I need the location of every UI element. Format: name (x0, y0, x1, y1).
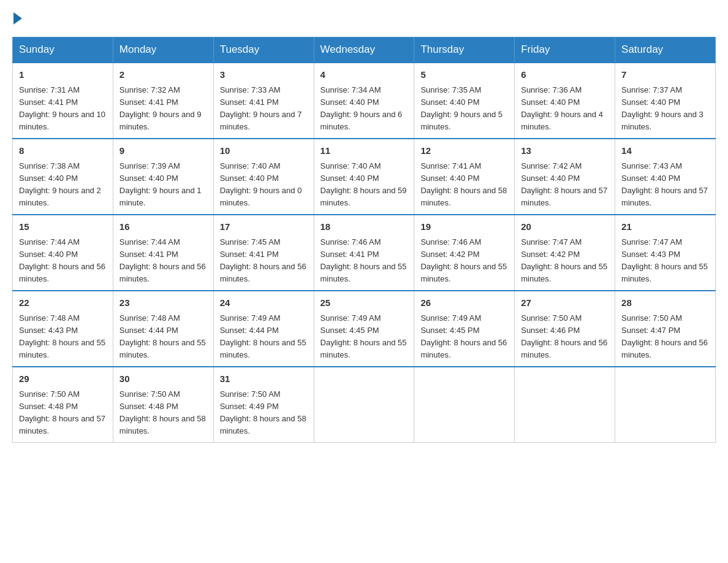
week-row-1: 1 Sunrise: 7:31 AM Sunset: 4:41 PM Dayli… (13, 63, 716, 139)
calendar-header-row: SundayMondayTuesdayWednesdayThursdayFrid… (13, 37, 716, 63)
day-number: 18 (320, 220, 408, 234)
week-row-3: 15 Sunrise: 7:44 AM Sunset: 4:40 PM Dayl… (13, 215, 716, 291)
calendar-cell: 28 Sunrise: 7:50 AM Sunset: 4:47 PM Dayl… (615, 291, 716, 367)
calendar-cell (615, 367, 716, 443)
day-info: Sunrise: 7:45 AM Sunset: 4:41 PM Dayligh… (220, 236, 308, 286)
day-info: Sunrise: 7:50 AM Sunset: 4:47 PM Dayligh… (621, 312, 709, 362)
day-number: 10 (220, 144, 308, 158)
calendar-cell (314, 367, 414, 443)
day-number: 12 (420, 144, 508, 158)
day-info: Sunrise: 7:49 AM Sunset: 4:45 PM Dayligh… (420, 312, 508, 362)
day-number: 16 (119, 220, 207, 234)
day-info: Sunrise: 7:33 AM Sunset: 4:41 PM Dayligh… (220, 84, 308, 134)
day-info: Sunrise: 7:50 AM Sunset: 4:49 PM Dayligh… (220, 388, 308, 438)
day-info: Sunrise: 7:50 AM Sunset: 4:46 PM Dayligh… (521, 312, 609, 362)
calendar-cell: 18 Sunrise: 7:46 AM Sunset: 4:41 PM Dayl… (314, 215, 414, 291)
day-number: 13 (521, 144, 609, 158)
calendar-cell: 3 Sunrise: 7:33 AM Sunset: 4:41 PM Dayli… (213, 63, 314, 139)
calendar-cell: 14 Sunrise: 7:43 AM Sunset: 4:40 PM Dayl… (615, 139, 716, 215)
day-info: Sunrise: 7:42 AM Sunset: 4:40 PM Dayligh… (521, 160, 609, 210)
day-number: 5 (420, 68, 508, 82)
calendar-cell: 13 Sunrise: 7:42 AM Sunset: 4:40 PM Dayl… (515, 139, 615, 215)
calendar-cell: 9 Sunrise: 7:39 AM Sunset: 4:40 PM Dayli… (113, 139, 213, 215)
day-number: 23 (119, 296, 207, 310)
day-info: Sunrise: 7:40 AM Sunset: 4:40 PM Dayligh… (320, 160, 408, 210)
calendar-cell: 27 Sunrise: 7:50 AM Sunset: 4:46 PM Dayl… (515, 291, 615, 367)
calendar-cell: 29 Sunrise: 7:50 AM Sunset: 4:48 PM Dayl… (13, 367, 113, 443)
day-number: 8 (19, 144, 107, 158)
column-header-saturday: Saturday (615, 37, 716, 63)
calendar-cell: 2 Sunrise: 7:32 AM Sunset: 4:41 PM Dayli… (113, 63, 213, 139)
day-info: Sunrise: 7:48 AM Sunset: 4:44 PM Dayligh… (119, 312, 207, 362)
week-row-4: 22 Sunrise: 7:48 AM Sunset: 4:43 PM Dayl… (13, 291, 716, 367)
day-number: 17 (220, 220, 308, 234)
day-number: 11 (320, 144, 408, 158)
calendar-cell: 21 Sunrise: 7:47 AM Sunset: 4:43 PM Dayl… (615, 215, 716, 291)
logo-arrow-icon (13, 12, 22, 25)
day-number: 24 (220, 296, 308, 310)
calendar-cell: 30 Sunrise: 7:50 AM Sunset: 4:48 PM Dayl… (113, 367, 213, 443)
day-info: Sunrise: 7:41 AM Sunset: 4:40 PM Dayligh… (420, 160, 508, 210)
calendar-cell: 17 Sunrise: 7:45 AM Sunset: 4:41 PM Dayl… (213, 215, 314, 291)
calendar-table: SundayMondayTuesdayWednesdayThursdayFrid… (12, 37, 716, 443)
day-info: Sunrise: 7:44 AM Sunset: 4:40 PM Dayligh… (19, 236, 107, 286)
week-row-2: 8 Sunrise: 7:38 AM Sunset: 4:40 PM Dayli… (13, 139, 716, 215)
calendar-cell: 12 Sunrise: 7:41 AM Sunset: 4:40 PM Dayl… (414, 139, 515, 215)
calendar-cell: 16 Sunrise: 7:44 AM Sunset: 4:41 PM Dayl… (113, 215, 213, 291)
column-header-sunday: Sunday (13, 37, 113, 63)
day-info: Sunrise: 7:34 AM Sunset: 4:40 PM Dayligh… (320, 84, 408, 134)
day-info: Sunrise: 7:49 AM Sunset: 4:44 PM Dayligh… (220, 312, 308, 362)
day-number: 6 (521, 68, 609, 82)
calendar-cell: 1 Sunrise: 7:31 AM Sunset: 4:41 PM Dayli… (13, 63, 113, 139)
calendar-cell (414, 367, 515, 443)
column-header-thursday: Thursday (414, 37, 515, 63)
day-info: Sunrise: 7:36 AM Sunset: 4:40 PM Dayligh… (521, 84, 609, 134)
day-number: 14 (621, 144, 709, 158)
calendar-cell: 11 Sunrise: 7:40 AM Sunset: 4:40 PM Dayl… (314, 139, 414, 215)
day-info: Sunrise: 7:47 AM Sunset: 4:42 PM Dayligh… (521, 236, 609, 286)
day-number: 20 (521, 220, 609, 234)
calendar-cell (515, 367, 615, 443)
day-number: 26 (420, 296, 508, 310)
calendar-cell: 31 Sunrise: 7:50 AM Sunset: 4:49 PM Dayl… (213, 367, 314, 443)
calendar-cell: 4 Sunrise: 7:34 AM Sunset: 4:40 PM Dayli… (314, 63, 414, 139)
day-info: Sunrise: 7:43 AM Sunset: 4:40 PM Dayligh… (621, 160, 709, 210)
day-number: 9 (119, 144, 207, 158)
day-info: Sunrise: 7:46 AM Sunset: 4:41 PM Dayligh… (320, 236, 408, 286)
day-info: Sunrise: 7:40 AM Sunset: 4:40 PM Dayligh… (220, 160, 308, 210)
day-info: Sunrise: 7:37 AM Sunset: 4:40 PM Dayligh… (621, 84, 709, 134)
day-info: Sunrise: 7:35 AM Sunset: 4:40 PM Dayligh… (420, 84, 508, 134)
day-number: 21 (621, 220, 709, 234)
day-number: 4 (320, 68, 408, 82)
day-number: 29 (19, 372, 107, 386)
day-number: 2 (119, 68, 207, 82)
calendar-cell: 5 Sunrise: 7:35 AM Sunset: 4:40 PM Dayli… (414, 63, 515, 139)
day-number: 7 (621, 68, 709, 82)
day-info: Sunrise: 7:31 AM Sunset: 4:41 PM Dayligh… (19, 84, 107, 134)
day-info: Sunrise: 7:47 AM Sunset: 4:43 PM Dayligh… (621, 236, 709, 286)
column-header-wednesday: Wednesday (314, 37, 414, 63)
day-info: Sunrise: 7:44 AM Sunset: 4:41 PM Dayligh… (119, 236, 207, 286)
day-info: Sunrise: 7:48 AM Sunset: 4:43 PM Dayligh… (19, 312, 107, 362)
day-info: Sunrise: 7:49 AM Sunset: 4:45 PM Dayligh… (320, 312, 408, 362)
calendar-cell: 15 Sunrise: 7:44 AM Sunset: 4:40 PM Dayl… (13, 215, 113, 291)
column-header-friday: Friday (515, 37, 615, 63)
day-info: Sunrise: 7:50 AM Sunset: 4:48 PM Dayligh… (19, 388, 107, 438)
day-number: 30 (119, 372, 207, 386)
column-header-monday: Monday (113, 37, 213, 63)
day-number: 19 (420, 220, 508, 234)
day-number: 1 (19, 68, 107, 82)
calendar-cell: 19 Sunrise: 7:46 AM Sunset: 4:42 PM Dayl… (414, 215, 515, 291)
calendar-cell: 26 Sunrise: 7:49 AM Sunset: 4:45 PM Dayl… (414, 291, 515, 367)
column-header-tuesday: Tuesday (213, 37, 314, 63)
calendar-cell: 20 Sunrise: 7:47 AM Sunset: 4:42 PM Dayl… (515, 215, 615, 291)
page-header (12, 12, 716, 25)
day-info: Sunrise: 7:46 AM Sunset: 4:42 PM Dayligh… (420, 236, 508, 286)
week-row-5: 29 Sunrise: 7:50 AM Sunset: 4:48 PM Dayl… (13, 367, 716, 443)
calendar-cell: 23 Sunrise: 7:48 AM Sunset: 4:44 PM Dayl… (113, 291, 213, 367)
calendar-cell: 24 Sunrise: 7:49 AM Sunset: 4:44 PM Dayl… (213, 291, 314, 367)
calendar-cell: 7 Sunrise: 7:37 AM Sunset: 4:40 PM Dayli… (615, 63, 716, 139)
day-number: 28 (621, 296, 709, 310)
day-info: Sunrise: 7:32 AM Sunset: 4:41 PM Dayligh… (119, 84, 207, 134)
calendar-cell: 22 Sunrise: 7:48 AM Sunset: 4:43 PM Dayl… (13, 291, 113, 367)
